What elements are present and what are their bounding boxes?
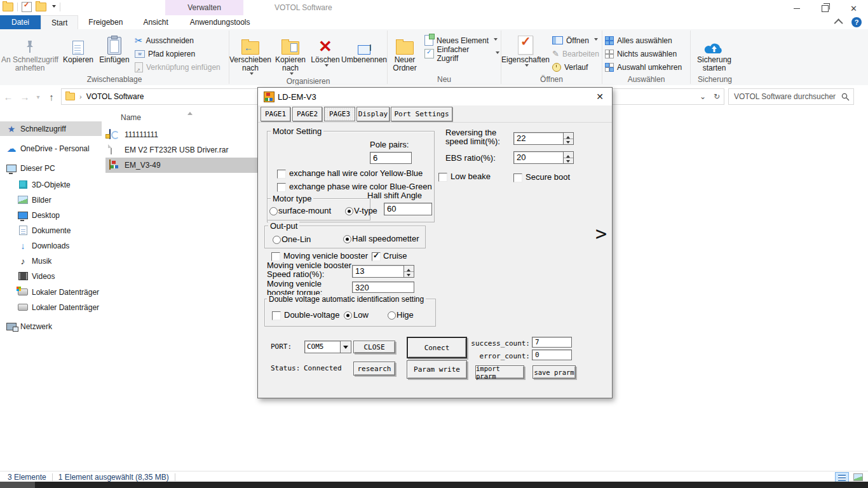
ebs-spinner[interactable]: 20: [513, 151, 574, 164]
sidebar-item-3d-objects[interactable]: 3D-Objekte: [0, 177, 102, 192]
minimize-button[interactable]: [782, 0, 811, 17]
pole-pairs-field[interactable]: 6: [370, 152, 412, 164]
error-count-field[interactable]: 0: [532, 349, 572, 360]
refresh-icon[interactable]: ↻: [710, 89, 724, 104]
tab-view[interactable]: Ansicht: [133, 15, 178, 29]
sidebar-item-quick-access[interactable]: ★ Schnellzugriff: [0, 121, 102, 136]
edit-button[interactable]: ✎ Bearbeiten: [550, 47, 600, 60]
import-param-button[interactable]: import prarm: [475, 365, 524, 379]
start-backup-button[interactable]: Sicherung starten: [691, 31, 738, 72]
file-row[interactable]: 111111111: [105, 127, 258, 142]
file-row-selected[interactable]: EM_V3-49: [105, 158, 258, 173]
hall-shift-field[interactable]: 60: [384, 203, 432, 215]
double-voltage-checkbox[interactable]: [272, 311, 281, 320]
v-type-radio[interactable]: [345, 207, 353, 215]
copy-button[interactable]: Kopieren: [60, 31, 97, 64]
sidebar-item-downloads[interactable]: ↓ Downloads: [0, 238, 102, 253]
back-icon[interactable]: ←: [0, 92, 17, 102]
help-icon[interactable]: ?: [851, 17, 862, 27]
sidebar-item-onedrive[interactable]: ☁ OneDrive - Personal: [0, 141, 102, 156]
hall-speedometer-radio[interactable]: [343, 235, 351, 243]
sidebar-item-network[interactable]: Netzwerk: [0, 319, 102, 334]
combo-dropdown-icon[interactable]: [340, 341, 351, 353]
exchange-phase-label[interactable]: exchange phase wire color Blue-Green: [289, 182, 432, 191]
spin-up-icon[interactable]: [404, 266, 414, 272]
expand-arrow[interactable]: >: [595, 222, 607, 245]
easy-access-button[interactable]: Einfacher Zugriff: [422, 47, 499, 60]
paste-shortcut-button[interactable]: Verknüpfung einfügen: [132, 60, 226, 74]
cut-button[interactable]: ✂ Ausschneiden: [132, 34, 226, 47]
double-voltage-label[interactable]: Double-voltage: [284, 310, 339, 320]
tab-start[interactable]: Start: [41, 15, 78, 29]
spin-down-icon[interactable]: [564, 139, 573, 145]
paste-button[interactable]: Einfügen: [97, 31, 132, 64]
file-row[interactable]: EM V2 FT232R USB Driver.rar: [105, 142, 258, 158]
up-icon[interactable]: ↑: [43, 92, 60, 102]
exchange-hall-checkbox[interactable]: [277, 170, 286, 179]
success-count-field[interactable]: 7: [532, 337, 572, 348]
sidebar-item-desktop[interactable]: Desktop: [0, 208, 102, 222]
secure-boot-checkbox[interactable]: [513, 173, 522, 182]
surface-mount-label[interactable]: surface-mount: [278, 206, 331, 215]
copy-to-button[interactable]: Kopieren nach: [271, 31, 309, 77]
surface-mount-radio[interactable]: [269, 207, 278, 215]
history-button[interactable]: Verlauf: [550, 60, 600, 74]
tab-page1[interactable]: PAGE1: [261, 107, 290, 121]
sidebar-item-local-disk-c[interactable]: Lokaler Datenträger: [0, 285, 102, 299]
hige-radio[interactable]: [388, 311, 396, 320]
exchange-phase-checkbox[interactable]: [277, 183, 286, 192]
spin-down-icon[interactable]: [404, 272, 414, 278]
save-param-button[interactable]: save prarm: [532, 365, 576, 379]
search-icon[interactable]: [841, 92, 850, 100]
tab-display[interactable]: Display: [356, 107, 390, 121]
tab-file[interactable]: Datei: [0, 15, 41, 29]
tab-share[interactable]: Freigeben: [78, 15, 133, 29]
recent-locations-icon[interactable]: ▾: [33, 93, 43, 100]
pin-to-quick-access-button[interactable]: An Schnellzugriff anheften: [0, 31, 60, 72]
properties-qat-icon[interactable]: ✓: [22, 2, 32, 12]
cruise-label[interactable]: Cruise: [383, 251, 407, 261]
ebs-value[interactable]: 20: [517, 152, 526, 162]
sidebar-item-pictures[interactable]: Bilder: [0, 193, 102, 207]
tab-apptools[interactable]: Anwendungstools: [180, 15, 261, 29]
moving-booster-checkbox[interactable]: [271, 252, 280, 261]
research-button[interactable]: research: [353, 362, 395, 376]
spin-up-icon[interactable]: [564, 133, 573, 139]
low-beake-checkbox[interactable]: [438, 173, 447, 182]
booster-speed-value[interactable]: 13: [355, 266, 364, 276]
param-write-button[interactable]: Param write: [407, 360, 467, 379]
sidebar-item-local-disk-d[interactable]: Lokaler Datenträger: [0, 300, 102, 315]
close-button[interactable]: ✕: [839, 0, 868, 17]
properties-button[interactable]: Eigenschaften: [501, 31, 550, 69]
cruise-checkbox[interactable]: [372, 252, 381, 261]
connect-button[interactable]: Conect: [407, 337, 467, 358]
exchange-hall-label[interactable]: exchange hall wire color Yellow-Blue: [289, 168, 423, 178]
address-dropdown-icon[interactable]: ⌄: [696, 89, 710, 104]
forward-icon[interactable]: →: [17, 92, 33, 102]
dialog-close-button[interactable]: ✕: [593, 91, 607, 102]
low-label[interactable]: Low: [353, 310, 369, 320]
tab-page3[interactable]: PAGE3: [324, 107, 355, 121]
reversing-value[interactable]: 22: [517, 133, 526, 143]
rename-button[interactable]: Umbenennen: [341, 31, 387, 64]
sidebar-item-documents[interactable]: Dokumente: [0, 223, 102, 238]
low-beake-label[interactable]: Low beake: [451, 172, 491, 181]
select-none-button[interactable]: Nichts auswählen: [602, 47, 690, 60]
hige-label[interactable]: Hige: [397, 310, 414, 320]
hall-speedometer-label[interactable]: Hall speedometter: [352, 234, 419, 243]
restore-button[interactable]: [811, 0, 839, 17]
reversing-spinner[interactable]: 22: [513, 132, 574, 145]
column-header-name[interactable]: Name: [121, 113, 141, 122]
thumbnail-view-button[interactable]: [851, 472, 864, 482]
folder-icon[interactable]: [36, 3, 46, 11]
one-lin-radio[interactable]: [273, 236, 281, 244]
delete-button[interactable]: ✕ Löschen: [309, 31, 341, 69]
qat-dropdown-icon[interactable]: [52, 5, 56, 10]
select-all-button[interactable]: Alles auswählen: [602, 34, 690, 47]
breadcrumb-path[interactable]: VOTOL Software: [86, 92, 144, 101]
sidebar-item-videos[interactable]: Videos: [0, 269, 102, 283]
spin-up-icon[interactable]: [564, 152, 573, 158]
tab-page2[interactable]: PAGE2: [292, 107, 322, 121]
port-combobox[interactable]: COM5: [304, 341, 351, 353]
copy-path-button[interactable]: w Pfad kopieren: [132, 47, 226, 60]
